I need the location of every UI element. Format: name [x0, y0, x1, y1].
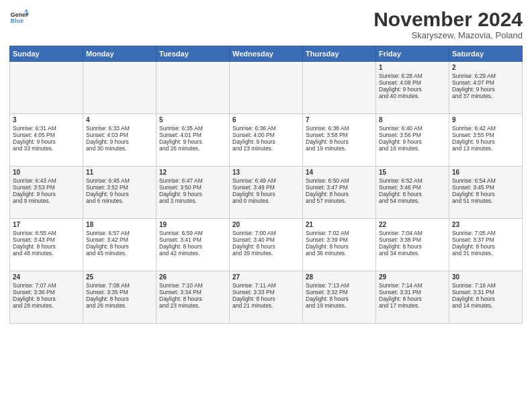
day-number: 1: [379, 64, 446, 71]
day-number: 29: [379, 273, 446, 281]
calendar-week-3: 10Sunrise: 6:43 AMSunset: 3:53 PMDayligh…: [10, 167, 523, 219]
calendar-cell: 14Sunrise: 6:50 AMSunset: 3:47 PMDayligh…: [303, 167, 376, 219]
day-number: 2: [452, 64, 519, 71]
day-number: 17: [13, 221, 80, 228]
calendar-cell: 1Sunrise: 6:28 AMSunset: 4:08 PMDaylight…: [376, 62, 449, 114]
calendar-week-2: 3Sunrise: 6:31 AMSunset: 4:05 PMDaylight…: [10, 114, 523, 167]
calendar-cell: 29Sunrise: 7:14 AMSunset: 3:31 PMDayligh…: [376, 271, 449, 324]
main-title: November 2024: [373, 8, 523, 30]
day-number: 8: [379, 116, 446, 124]
svg-text:General: General: [10, 11, 28, 18]
calendar-cell: 6Sunrise: 6:36 AMSunset: 4:00 PMDaylight…: [230, 114, 303, 167]
day-number: 11: [86, 169, 153, 176]
header-monday: Monday: [83, 46, 157, 62]
calendar-cell: [10, 62, 83, 114]
calendar-cell: 26Sunrise: 7:10 AMSunset: 3:34 PMDayligh…: [157, 271, 230, 324]
svg-marker-2: [24, 9, 28, 11]
calendar-cell: 13Sunrise: 6:49 AMSunset: 3:49 PMDayligh…: [230, 167, 303, 219]
day-number: 9: [452, 116, 519, 124]
calendar-cell: 4Sunrise: 6:33 AMSunset: 4:03 PMDaylight…: [83, 114, 157, 167]
calendar-cell: 21Sunrise: 7:02 AMSunset: 3:39 PMDayligh…: [303, 219, 376, 271]
day-number: 5: [159, 116, 226, 124]
calendar-table: Sunday Monday Tuesday Wednesday Thursday…: [9, 46, 523, 324]
title-block: November 2024 Skaryszew, Mazovia, Poland: [373, 8, 523, 40]
calendar-cell: 24Sunrise: 7:07 AMSunset: 3:36 PMDayligh…: [10, 271, 83, 324]
day-number: 10: [13, 169, 80, 176]
day-number: 19: [159, 221, 226, 228]
calendar-week-1: 1Sunrise: 6:28 AMSunset: 4:08 PMDaylight…: [10, 62, 523, 114]
day-number: 25: [86, 273, 153, 281]
subtitle: Skaryszew, Mazovia, Poland: [373, 30, 523, 40]
calendar-cell: 27Sunrise: 7:11 AMSunset: 3:33 PMDayligh…: [230, 271, 303, 324]
svg-text:Blue: Blue: [10, 17, 24, 24]
calendar-header: Sunday Monday Tuesday Wednesday Thursday…: [10, 46, 523, 62]
day-number: 18: [86, 221, 153, 228]
calendar-cell: 3Sunrise: 6:31 AMSunset: 4:05 PMDaylight…: [10, 114, 83, 167]
logo: General Blue: [9, 8, 28, 27]
calendar-cell: 15Sunrise: 6:52 AMSunset: 3:46 PMDayligh…: [376, 167, 449, 219]
day-number: 28: [306, 273, 373, 281]
calendar-cell: 16Sunrise: 6:54 AMSunset: 3:45 PMDayligh…: [449, 167, 523, 219]
calendar-cell: [83, 62, 157, 114]
day-number: 14: [306, 169, 373, 176]
calendar-cell: 7Sunrise: 6:38 AMSunset: 3:58 PMDaylight…: [303, 114, 376, 167]
header: General Blue November 2024 Skaryszew, Ma…: [9, 8, 523, 40]
calendar-cell: 10Sunrise: 6:43 AMSunset: 3:53 PMDayligh…: [10, 167, 83, 219]
calendar-week-5: 24Sunrise: 7:07 AMSunset: 3:36 PMDayligh…: [10, 271, 523, 324]
day-number: 20: [232, 221, 300, 228]
calendar-cell: 19Sunrise: 6:59 AMSunset: 3:41 PMDayligh…: [157, 219, 230, 271]
calendar-cell: 20Sunrise: 7:00 AMSunset: 3:40 PMDayligh…: [230, 219, 303, 271]
calendar-cell: 12Sunrise: 6:47 AMSunset: 3:50 PMDayligh…: [157, 167, 230, 219]
logo-icon: General Blue: [9, 8, 28, 27]
header-saturday: Saturday: [449, 46, 523, 62]
calendar-cell: 9Sunrise: 6:42 AMSunset: 3:55 PMDaylight…: [449, 114, 523, 167]
calendar-cell: 11Sunrise: 6:45 AMSunset: 3:52 PMDayligh…: [83, 167, 157, 219]
calendar-body: 1Sunrise: 6:28 AMSunset: 4:08 PMDaylight…: [10, 62, 523, 324]
header-friday: Friday: [376, 46, 449, 62]
calendar-cell: 5Sunrise: 6:35 AMSunset: 4:01 PMDaylight…: [157, 114, 230, 167]
calendar-cell: 28Sunrise: 7:13 AMSunset: 3:32 PMDayligh…: [303, 271, 376, 324]
day-number: 3: [13, 116, 80, 124]
day-number: 15: [379, 169, 446, 176]
day-number: 23: [452, 221, 519, 228]
day-number: 12: [159, 169, 226, 176]
calendar-cell: 8Sunrise: 6:40 AMSunset: 3:56 PMDaylight…: [376, 114, 449, 167]
day-number: 6: [232, 116, 300, 124]
calendar-cell: [303, 62, 376, 114]
header-wednesday: Wednesday: [230, 46, 303, 62]
header-sunday: Sunday: [10, 46, 83, 62]
day-number: 24: [13, 273, 80, 281]
calendar-cell: [157, 62, 230, 114]
calendar-week-4: 17Sunrise: 6:55 AMSunset: 3:43 PMDayligh…: [10, 219, 523, 271]
calendar-cell: 23Sunrise: 7:05 AMSunset: 3:37 PMDayligh…: [449, 219, 523, 271]
day-number: 4: [86, 116, 153, 124]
calendar-cell: 25Sunrise: 7:08 AMSunset: 3:35 PMDayligh…: [83, 271, 157, 324]
calendar-cell: [230, 62, 303, 114]
calendar-cell: 17Sunrise: 6:55 AMSunset: 3:43 PMDayligh…: [10, 219, 83, 271]
day-number: 13: [232, 169, 300, 176]
header-tuesday: Tuesday: [157, 46, 230, 62]
day-number: 30: [452, 273, 519, 281]
day-number: 22: [379, 221, 446, 228]
calendar-cell: 22Sunrise: 7:04 AMSunset: 3:38 PMDayligh…: [376, 219, 449, 271]
page: General Blue November 2024 Skaryszew, Ma…: [0, 0, 532, 411]
calendar-cell: 2Sunrise: 6:29 AMSunset: 4:07 PMDaylight…: [449, 62, 523, 114]
day-number: 21: [306, 221, 373, 228]
day-number: 26: [159, 273, 226, 281]
calendar-cell: 30Sunrise: 7:16 AMSunset: 3:31 PMDayligh…: [449, 271, 523, 324]
header-row: Sunday Monday Tuesday Wednesday Thursday…: [10, 46, 523, 62]
day-number: 27: [232, 273, 300, 281]
header-thursday: Thursday: [303, 46, 376, 62]
calendar-cell: 18Sunrise: 6:57 AMSunset: 3:42 PMDayligh…: [83, 219, 157, 271]
day-number: 7: [306, 116, 373, 124]
day-number: 16: [452, 169, 519, 176]
